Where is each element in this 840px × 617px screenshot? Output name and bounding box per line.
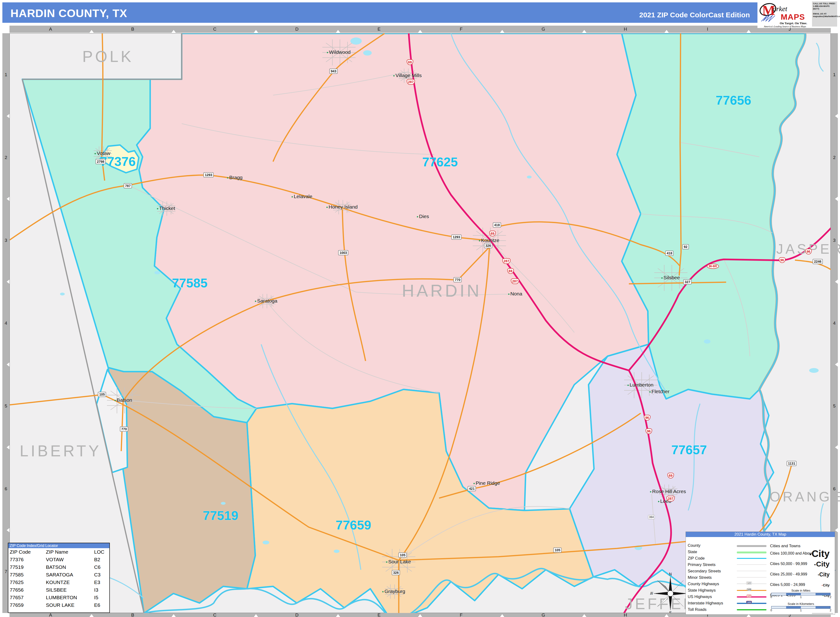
grid-notch [7, 445, 9, 449]
grid-col-A: A [9, 26, 91, 33]
grid-notch [835, 362, 838, 367]
grid-col-A: A [9, 613, 91, 617]
grid-notch [835, 445, 838, 449]
zip-name: VOTAW [40, 556, 93, 563]
zip-loc: C6 [93, 563, 109, 571]
zip-name: SILSBEE [40, 586, 93, 594]
legend-row-interstate: Interstate Highways123 [686, 601, 769, 608]
zip-code: 77656 [8, 586, 40, 594]
grid-col-D: D [256, 613, 338, 617]
legend-label: County Highways [688, 582, 719, 586]
table-row[interactable]: 77376VOTAWB2 [8, 556, 109, 563]
compass-w: W [650, 591, 653, 595]
grid-col-H: H [584, 26, 666, 33]
grid-strip-left: 1234567 [2, 33, 9, 613]
table-row[interactable]: 77519BATSONC6 [8, 563, 109, 571]
grid-row-6: 6 [2, 447, 9, 530]
legend-row-zip: ZIP Code [686, 556, 769, 562]
table-row[interactable]: 77585SARATOGAC3 [8, 571, 109, 579]
legend-city-row: Cities 50,000 - 99,999City [770, 559, 833, 569]
grid-row-4: 4 [831, 282, 838, 365]
grid-row-3: 3 [831, 199, 838, 282]
legend-label: Toll Roads [688, 607, 706, 612]
logo-tagline: On Target. On Time. [780, 21, 807, 25]
grid-notch [582, 30, 587, 33]
grid-col-F: F [420, 26, 502, 33]
legend-row-county: County [686, 543, 769, 550]
grid-row-6: 6 [831, 447, 838, 530]
grid-notch [418, 30, 422, 33]
grid-col-E: E [338, 26, 420, 33]
grid-row-3: 3 [2, 199, 9, 282]
legend-label: Secondary Streets [688, 569, 721, 574]
grid-notch [7, 528, 9, 532]
table-row[interactable]: 77659SOUR LAKEE6 [8, 601, 109, 609]
legend-row-toll: Toll Roads [686, 607, 769, 614]
scale-ticks: 012 [771, 609, 831, 612]
table-row[interactable]: 77625KOUNTZEE3 [8, 579, 109, 586]
legend-line-sample [737, 571, 766, 571]
page-title: HARDIN COUNTY, TX [10, 7, 127, 20]
grid-notch [747, 30, 751, 33]
legend-label: State Highways [688, 588, 716, 593]
scale-label: Scale in Kilometers [771, 602, 831, 606]
legend-city-symbol: City [818, 571, 830, 578]
zip-code: 77625 [8, 579, 40, 586]
grid-col-C: C [174, 613, 256, 617]
legend-city-label: Cities 25,000 - 49,999 [770, 572, 807, 576]
legend-line-sample [737, 564, 766, 565]
legend-line-sample [737, 552, 766, 554]
grid-notch [336, 614, 340, 617]
legend-row-street: Primary Streets [686, 562, 769, 569]
zip-name: LUMBERTON [40, 594, 93, 601]
contact-email: mapsales@MarketMAPS.com [813, 15, 836, 18]
zip-code: 77659 [8, 601, 40, 609]
legend-box: 2021 Hardin County, TX Map Cities and To… [685, 531, 835, 615]
map-canvas[interactable]: N S W E [9, 33, 831, 613]
grid-notch [665, 30, 669, 33]
legend-row-county-hwy: County Highways123 [686, 582, 769, 588]
zip-col-2: LOC [93, 548, 109, 556]
table-row[interactable]: 77656SILSBEEI3 [8, 586, 109, 594]
compass-rose: N S W E [650, 572, 691, 615]
grid-col-B: B [91, 613, 174, 617]
logo-arket: arket [773, 5, 787, 13]
grid-notch [835, 114, 838, 118]
zip-loc: I5 [93, 594, 109, 601]
table-row[interactable]: 77657LUMBERTONI5 [8, 594, 109, 601]
edition-label: 2021 ZIP Code ColorCast Edition [639, 11, 750, 19]
grid-strip-top: ABCDEFGHIJ [9, 26, 831, 33]
grid-notch [500, 30, 504, 33]
legend-line-sample: 123 [737, 596, 766, 598]
legend-city-label: Cities 100,000 and Above [770, 551, 813, 555]
zip-col-0: ZIP Code [8, 548, 40, 556]
grid-notch [7, 362, 9, 367]
legend-city-row: Cities 100,000 and AboveCity [770, 548, 833, 559]
legend-line-sample [737, 545, 766, 547]
legend-shield-county-hwy: 123 [746, 582, 752, 585]
zip-loc: E3 [93, 579, 109, 586]
grid-notch [171, 614, 176, 617]
grid-notch [7, 197, 9, 201]
contact-phone: 1-888-434-MAPS (6277) [813, 5, 836, 10]
legend-city-label: Cities 50,000 - 99,999 [770, 562, 807, 566]
grid-col-B: B [91, 26, 174, 33]
zip-index-table[interactable]: ZIP Code Index/Grid Locator ZIP CodeZIP … [8, 543, 110, 613]
legend-label: Interstate Highways [688, 601, 723, 606]
grid-notch [835, 279, 838, 284]
grid-notch [582, 614, 587, 617]
grid-col-D: D [256, 26, 338, 33]
legend-title: 2021 Hardin County, TX Map [686, 532, 835, 537]
legend-label: US Highways [688, 595, 712, 599]
map-sheet: HARDIN COUNTY, TX 2021 ZIP Code ColorCas… [0, 0, 840, 617]
legend-city-symbol: City [810, 548, 830, 559]
legend-label: County [688, 543, 700, 548]
zip-code: 77519 [8, 563, 40, 571]
compass-n: N [669, 572, 672, 576]
zip-table-header: ZIP CodeZIP NameLOC [8, 548, 109, 556]
zip-code: 77376 [8, 556, 40, 563]
zip-loc: B2 [93, 556, 109, 563]
legend-line-sample [737, 577, 766, 578]
grid-col-G: G [502, 613, 584, 617]
grid-notch [254, 30, 258, 33]
